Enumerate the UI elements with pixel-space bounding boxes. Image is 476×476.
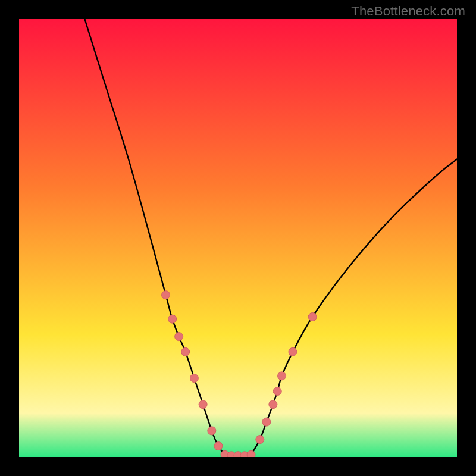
marker-point [190, 374, 198, 383]
marker-point [273, 387, 281, 396]
marker-point [208, 427, 216, 435]
marker-point [269, 400, 277, 409]
marker-point [278, 372, 286, 380]
curve-layer [19, 19, 457, 457]
plot-area [19, 19, 457, 457]
marker-point [181, 347, 190, 356]
marker-point [256, 436, 264, 444]
marker-point [162, 291, 170, 299]
marker-group [162, 291, 317, 457]
curve-right-branch [251, 159, 457, 455]
curve-left-branch [84, 19, 225, 455]
marker-point [175, 333, 183, 341]
marker-point [289, 347, 297, 356]
watermark-text: TheBottleneck.com [351, 4, 465, 19]
marker-point [199, 400, 207, 409]
marker-point [247, 450, 255, 457]
marker-point [214, 442, 223, 450]
chart-stage: TheBottleneck.com [0, 0, 476, 476]
marker-point [168, 315, 177, 323]
marker-point [308, 312, 317, 321]
marker-point [262, 418, 271, 426]
